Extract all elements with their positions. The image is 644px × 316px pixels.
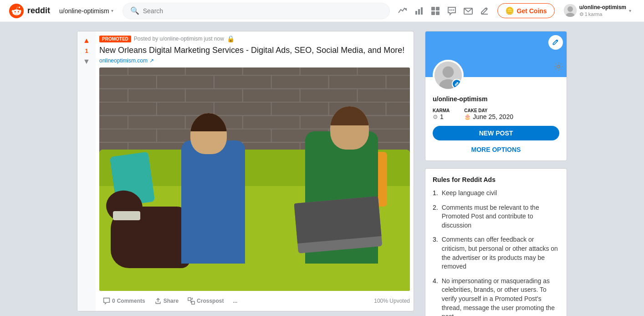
rules-list: 1.Keep language civil2.Comments must be … xyxy=(433,189,559,316)
cake-day-date: June 25, 2020 xyxy=(473,113,513,120)
comments-count: 0 xyxy=(112,298,115,304)
reddit-logo-icon xyxy=(9,4,24,18)
crosspost-label: Crosspost xyxy=(197,298,224,304)
svg-point-66 xyxy=(443,67,454,78)
coin-icon: 🪙 xyxy=(505,6,514,15)
comment-icon xyxy=(103,297,110,305)
vote-count: 1 xyxy=(85,48,88,54)
lock-icon: 🔒 xyxy=(227,35,235,42)
rules-title: Rules for Reddit Ads xyxy=(433,176,559,183)
main-container: ▲ 1 ▼ PROMOTED Posted by u/online-optimi… xyxy=(49,22,595,316)
person-left-head xyxy=(190,113,227,154)
pencil-small-icon xyxy=(455,82,459,86)
svg-point-15 xyxy=(567,6,573,12)
karma-small: ⚙ 1 karma xyxy=(579,11,626,17)
trending-icon-button[interactable] xyxy=(395,4,410,18)
chat-icon-button[interactable] xyxy=(445,4,459,18)
svg-point-9 xyxy=(449,9,450,10)
post-meta: PROMOTED Posted by u/online-optimism jus… xyxy=(99,35,410,42)
new-post-button[interactable]: NEW POST xyxy=(433,126,559,140)
user-dropdown[interactable]: u/online-optimism ▾ xyxy=(56,5,117,16)
mail-icon-button[interactable] xyxy=(461,4,475,18)
crosspost-button[interactable]: Crosspost xyxy=(184,295,227,307)
more-label: ... xyxy=(233,298,237,304)
post-image xyxy=(99,67,410,291)
rule-text: Keep language civil xyxy=(442,189,497,198)
stats-icon-button[interactable] xyxy=(412,4,426,18)
more-options-link[interactable]: MORE OPTIONS xyxy=(433,144,559,155)
gear-icon xyxy=(554,62,563,71)
profile-settings-button[interactable] xyxy=(554,62,563,73)
search-icon: 🔍 xyxy=(130,6,139,15)
svg-rect-4 xyxy=(421,7,423,15)
rule-text: No impersonating or masquerading as cele… xyxy=(442,277,559,316)
svg-point-68 xyxy=(557,65,560,68)
cake-day-value: 🎂 June 25, 2020 xyxy=(464,113,513,120)
share-icon xyxy=(154,297,162,305)
user-profile-area[interactable]: u/online-optimism ⚙ 1 karma ▾ xyxy=(560,2,635,20)
rule-text: Comments can offer feedback or criticism… xyxy=(442,235,559,271)
karma-value: ⚙ 1 xyxy=(433,113,450,120)
edit-icon xyxy=(480,6,489,16)
downvote-button[interactable]: ▼ xyxy=(81,56,92,67)
svg-rect-63 xyxy=(188,298,191,300)
rule-item: 2.Comments must be relevant to the Promo… xyxy=(433,203,559,230)
community-icon-button[interactable] xyxy=(428,4,443,18)
gear-small-icon: ⚙ xyxy=(433,114,438,120)
post-link[interactable]: onlineoptimism.com ↗ xyxy=(99,57,410,64)
gear-icon: ⚙ xyxy=(579,11,584,17)
karma-value-header: 1 xyxy=(585,11,588,17)
crosspost-icon xyxy=(188,297,195,305)
get-coins-label: Get Coins xyxy=(517,7,547,15)
post-actions: 0 Comments Share xyxy=(99,295,410,307)
post-image-placeholder xyxy=(99,67,410,291)
svg-rect-2 xyxy=(415,11,417,15)
search-input[interactable] xyxy=(143,7,382,15)
profile-avatar xyxy=(433,60,464,91)
rule-number: 3. xyxy=(433,235,438,271)
edit-icon-button[interactable] xyxy=(477,4,492,18)
karma-number: 1 xyxy=(440,113,444,120)
pencil-icon xyxy=(552,39,559,46)
profile-banner xyxy=(425,31,567,77)
cake-day-label: Cake day xyxy=(464,108,513,113)
get-coins-button[interactable]: 🪙 Get Coins xyxy=(497,3,555,18)
share-label: Share xyxy=(164,298,179,304)
user-info-text: u/online-optimism ⚙ 1 karma xyxy=(579,4,626,18)
svg-point-11 xyxy=(453,9,454,10)
rule-item: 3.Comments can offer feedback or critici… xyxy=(433,235,559,271)
header-icons xyxy=(395,4,492,18)
edit-avatar-button[interactable] xyxy=(452,79,462,89)
person-left-body xyxy=(181,140,245,264)
share-button[interactable]: Share xyxy=(151,295,182,307)
post-meta-text: Posted by u/online-optimism just now xyxy=(134,36,224,42)
search-bar[interactable]: 🔍 xyxy=(123,3,390,19)
laptop-screen xyxy=(294,197,383,254)
avatar xyxy=(564,4,577,17)
rule-item: 4.No impersonating or masquerading as ce… xyxy=(433,277,559,316)
cake-icon: 🎂 xyxy=(464,114,471,120)
rule-number: 1. xyxy=(433,189,438,198)
profile-card: u/online-optimism Karma ⚙ 1 Cake day 🎂 xyxy=(425,31,567,161)
external-link-icon: ↗ xyxy=(149,57,154,64)
reddit-logo-area[interactable]: reddit xyxy=(9,4,50,18)
svg-rect-64 xyxy=(192,301,194,304)
upvote-button[interactable]: ▲ xyxy=(81,35,92,46)
profile-username-header: u/online-optimism xyxy=(579,4,626,11)
rules-card: Rules for Reddit Ads 1.Keep language civ… xyxy=(425,168,567,316)
dog-bandana xyxy=(113,211,140,220)
post-area: ▲ 1 ▼ PROMOTED Posted by u/online-optimi… xyxy=(77,31,414,316)
comments-button[interactable]: 0 Comments xyxy=(99,295,149,307)
more-button[interactable]: ... xyxy=(229,295,241,307)
edit-banner-button[interactable] xyxy=(548,35,563,50)
svg-rect-7 xyxy=(431,11,435,15)
header: reddit u/online-optimism ▾ 🔍 xyxy=(0,0,644,22)
svg-rect-8 xyxy=(436,11,440,15)
svg-point-10 xyxy=(451,9,452,10)
profile-stats: Karma ⚙ 1 Cake day 🎂 June 25, 2020 xyxy=(433,108,559,120)
avatar-image xyxy=(564,4,577,17)
svg-rect-5 xyxy=(431,7,435,10)
post-card: ▲ 1 ▼ PROMOTED Posted by u/online-optimi… xyxy=(77,31,414,311)
cake-day-stat: Cake day 🎂 June 25, 2020 xyxy=(464,108,513,120)
svg-rect-6 xyxy=(436,7,440,10)
